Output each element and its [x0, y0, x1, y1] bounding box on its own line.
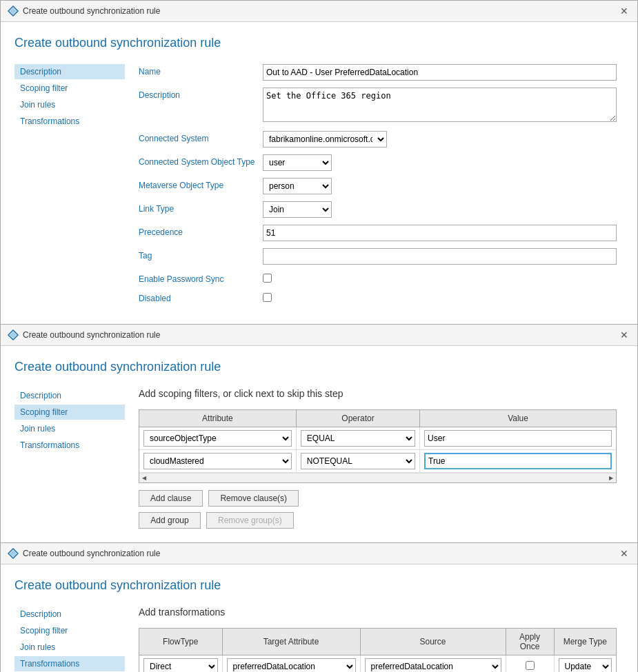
name-control [263, 64, 617, 81]
filter-value-input-1[interactable] [424, 430, 612, 447]
scoping-panel: Add scoping filters, or click next to sk… [139, 388, 617, 529]
clause-btn-row: Add clause Remove clause(s) [139, 490, 617, 507]
dialog-3: Create outbound synchronization rule ✕ C… [0, 543, 638, 672]
cs-object-type-label: Connected System Object Type [139, 154, 263, 167]
nav-join-3[interactable]: Join rules [14, 640, 125, 655]
transform-col-source: Source [360, 629, 506, 655]
nav-join-1[interactable]: Join rules [14, 97, 125, 112]
filter-attribute-select-1[interactable]: sourceObjectType [143, 430, 292, 447]
connected-system-control: fabrikamonline.onmicrosoft.com [263, 131, 617, 147]
nav-description-1[interactable]: Description [14, 64, 125, 79]
dialog-heading-3: Create outbound synchronization rule [14, 578, 617, 593]
transform-col-flowtype: FlowType [139, 629, 222, 655]
filter-operator-select-1[interactable]: EQUAL [301, 430, 415, 447]
precedence-row: Precedence [139, 225, 617, 241]
precedence-control [263, 225, 617, 241]
transform-apply-checkbox[interactable] [526, 661, 535, 670]
transform-table-wrapper: FlowType Target Attribute Source Apply O… [139, 628, 617, 672]
nav-transformations-1[interactable]: Transformations [14, 114, 125, 129]
dialog-body-1: Description Scoping filter Join rules Tr… [14, 64, 617, 310]
filter-attribute-select-2[interactable]: cloudMastered [143, 453, 292, 469]
nav-scoping-1[interactable]: Scoping filter [14, 81, 125, 96]
add-clause-button[interactable]: Add clause [139, 490, 203, 507]
nav-panel-3: Description Scoping filter Join rules Tr… [14, 607, 125, 672]
mv-object-type-label: Metaverse Object Type [139, 178, 263, 190]
nav-transformations-3[interactable]: Transformations [14, 656, 125, 671]
titlebar-3: Create outbound synchronization rule ✕ [1, 543, 637, 564]
scroll-right-arrow[interactable]: ▶ [606, 474, 616, 483]
filter-operator-select-2[interactable]: NOTEQUAL [301, 453, 415, 469]
transform-target-select[interactable]: preferredDataLocation [227, 658, 356, 672]
filter-attribute-cell-1: sourceObjectType [139, 427, 296, 450]
nav-join-2[interactable]: Join rules [14, 421, 125, 436]
nav-description-2[interactable]: Description [14, 388, 125, 403]
col-header-attribute: Attribute [139, 410, 296, 427]
remove-clauses-button[interactable]: Remove clause(s) [208, 490, 299, 507]
cs-object-type-control: user [263, 154, 617, 171]
name-input[interactable] [263, 64, 617, 81]
nav-scoping-3[interactable]: Scoping filter [14, 623, 125, 638]
remove-group-button[interactable]: Remove group(s) [206, 512, 294, 529]
enable-password-sync-checkbox[interactable] [263, 274, 272, 283]
nav-transformations-2[interactable]: Transformations [14, 438, 125, 453]
transformations-panel: Add transformations FlowType Target Attr… [139, 607, 617, 672]
description-label: Description [139, 88, 263, 100]
nav-description-3[interactable]: Description [14, 607, 125, 622]
dialog-content-3: Create outbound synchronization rule Des… [1, 564, 637, 672]
transform-col-merge: Merge Type [554, 629, 616, 655]
dialog-title-3: Create outbound synchronization rule [23, 549, 160, 558]
dialog-title-2: Create outbound synchronization rule [23, 330, 160, 340]
nav-scoping-2[interactable]: Scoping filter [14, 405, 125, 420]
col-header-operator: Operator [296, 410, 419, 427]
description-row: Description Set the Office 365 region [139, 88, 617, 124]
close-button-2[interactable]: ✕ [618, 329, 630, 341]
diamond-icon-1 [8, 6, 19, 17]
diamond-icon-3 [8, 548, 19, 559]
transform-target-cell: preferredDataLocation [222, 655, 360, 673]
connected-system-select[interactable]: fabrikamonline.onmicrosoft.com [263, 131, 387, 147]
cs-object-type-select[interactable]: user [263, 154, 332, 171]
dialog-2: Create outbound synchronization rule ✕ C… [0, 325, 638, 543]
filter-table-wrapper: Attribute Operator Value sourceObjectTyp… [139, 409, 617, 483]
dialog-heading-1: Create outbound synchronization rule [14, 36, 617, 50]
transform-merge-select[interactable]: Update [559, 658, 612, 672]
dialog-body-2: Description Scoping filter Join rules Tr… [14, 388, 617, 529]
filter-value-input-2[interactable] [424, 453, 612, 469]
scoping-intro: Add scoping filters, or click next to sk… [139, 388, 617, 399]
precedence-input[interactable] [263, 225, 617, 241]
description-control: Set the Office 365 region [263, 88, 617, 124]
diamond-icon-2 [8, 329, 19, 340]
enable-password-sync-label: Enable Password Sync [139, 272, 263, 284]
mv-object-type-select[interactable]: person [263, 178, 332, 194]
disabled-checkbox[interactable] [263, 293, 272, 302]
titlebar-left-3: Create outbound synchronization rule [8, 548, 160, 559]
close-button-3[interactable]: ✕ [618, 547, 630, 560]
filter-table: Attribute Operator Value sourceObjectTyp… [139, 410, 616, 473]
connected-system-label: Connected System [139, 131, 263, 143]
filter-row-1: sourceObjectType EQUAL [139, 427, 616, 450]
filter-operator-cell-1: EQUAL [296, 427, 419, 450]
enable-password-sync-row: Enable Password Sync [139, 272, 617, 284]
transform-flowtype-cell: Direct [139, 655, 222, 673]
tag-label: Tag [139, 248, 263, 261]
transform-flowtype-select[interactable]: Direct [143, 658, 218, 672]
link-type-select[interactable]: Join [263, 201, 332, 218]
description-input[interactable]: Set the Office 365 region [263, 88, 617, 122]
name-label: Name [139, 64, 263, 77]
add-group-button[interactable]: Add group [139, 512, 201, 529]
nav-panel-1: Description Scoping filter Join rules Tr… [14, 64, 125, 310]
scrollbar-row-2: ◀ ▶ [139, 473, 616, 482]
close-button-1[interactable]: ✕ [618, 5, 630, 17]
transform-source-select[interactable]: preferredDataLocation [365, 658, 501, 672]
transform-intro: Add transformations [139, 607, 617, 618]
tag-input[interactable] [263, 248, 617, 265]
transform-source-cell: preferredDataLocation [360, 655, 506, 673]
disabled-row: Disabled [139, 291, 617, 303]
dialog-title-1: Create outbound synchronization rule [23, 6, 160, 16]
mv-object-type-row: Metaverse Object Type person [139, 178, 617, 194]
tag-row: Tag [139, 248, 617, 265]
tag-control [263, 248, 617, 265]
col-header-value: Value [420, 410, 616, 427]
scroll-left-arrow[interactable]: ◀ [139, 474, 149, 483]
mv-object-type-control: person [263, 178, 617, 194]
